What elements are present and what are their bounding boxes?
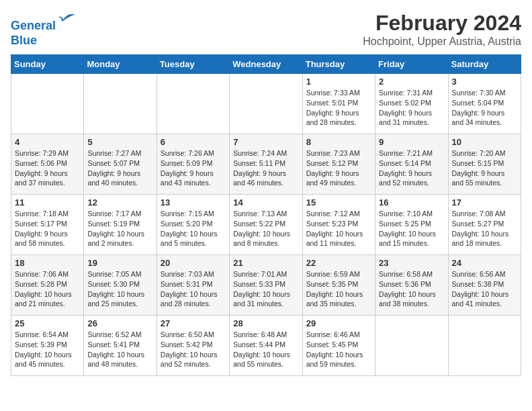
- logo: General Blue: [11, 11, 76, 48]
- calendar-cell: [448, 316, 521, 376]
- calendar-cell: [84, 74, 157, 134]
- day-number: 21: [233, 258, 298, 268]
- calendar-cell: 29Sunrise: 6:46 AM Sunset: 5:45 PM Dayli…: [302, 316, 375, 376]
- calendar-week-row: 11Sunrise: 7:18 AM Sunset: 5:17 PM Dayli…: [11, 195, 521, 255]
- calendar-cell: 10Sunrise: 7:20 AM Sunset: 5:15 PM Dayli…: [448, 134, 521, 195]
- day-info: Sunrise: 7:21 AM Sunset: 5:14 PM Dayligh…: [379, 148, 444, 188]
- calendar-cell: 9Sunrise: 7:21 AM Sunset: 5:14 PM Daylig…: [375, 134, 448, 195]
- calendar-cell: [157, 74, 229, 134]
- calendar-week-row: 1Sunrise: 7:33 AM Sunset: 5:01 PM Daylig…: [11, 74, 521, 134]
- day-number: 24: [452, 258, 517, 268]
- day-info: Sunrise: 7:30 AM Sunset: 5:04 PM Dayligh…: [452, 88, 517, 128]
- day-number: 9: [379, 137, 444, 147]
- calendar-week-row: 4Sunrise: 7:29 AM Sunset: 5:06 PM Daylig…: [11, 134, 521, 195]
- day-number: 22: [306, 258, 371, 268]
- day-number: 17: [452, 197, 517, 208]
- day-number: 26: [87, 318, 152, 328]
- day-info: Sunrise: 7:20 AM Sunset: 5:15 PM Dayligh…: [452, 148, 517, 188]
- calendar-cell: 19Sunrise: 7:05 AM Sunset: 5:30 PM Dayli…: [84, 255, 157, 316]
- day-info: Sunrise: 6:59 AM Sunset: 5:35 PM Dayligh…: [306, 269, 371, 309]
- weekday-header-saturday: Saturday: [448, 55, 521, 74]
- calendar-cell: 22Sunrise: 6:59 AM Sunset: 5:35 PM Dayli…: [302, 255, 375, 316]
- calendar-cell: 28Sunrise: 6:48 AM Sunset: 5:44 PM Dayli…: [230, 316, 302, 376]
- page-subtitle: Hochpoint, Upper Austria, Austria: [363, 36, 521, 48]
- day-info: Sunrise: 7:05 AM Sunset: 5:30 PM Dayligh…: [87, 269, 152, 309]
- day-number: 4: [15, 137, 80, 147]
- day-info: Sunrise: 7:27 AM Sunset: 5:07 PM Dayligh…: [87, 148, 152, 188]
- day-number: 8: [306, 137, 371, 147]
- calendar-cell: [11, 74, 84, 134]
- day-info: Sunrise: 7:10 AM Sunset: 5:25 PM Dayligh…: [379, 209, 444, 248]
- page-title: February 2024: [363, 11, 521, 36]
- day-number: 12: [87, 197, 152, 208]
- day-number: 3: [452, 77, 517, 87]
- calendar-week-row: 25Sunrise: 6:54 AM Sunset: 5:39 PM Dayli…: [11, 316, 521, 376]
- day-info: Sunrise: 7:13 AM Sunset: 5:22 PM Dayligh…: [233, 209, 298, 248]
- weekday-header-tuesday: Tuesday: [157, 55, 229, 74]
- calendar-cell: [375, 316, 448, 376]
- calendar-cell: 8Sunrise: 7:23 AM Sunset: 5:12 PM Daylig…: [302, 134, 375, 195]
- logo-bird-icon: [57, 11, 76, 30]
- day-number: 25: [15, 318, 80, 328]
- day-info: Sunrise: 7:12 AM Sunset: 5:23 PM Dayligh…: [306, 209, 371, 248]
- day-info: Sunrise: 7:18 AM Sunset: 5:17 PM Dayligh…: [15, 209, 80, 248]
- day-info: Sunrise: 7:06 AM Sunset: 5:28 PM Dayligh…: [15, 269, 80, 309]
- logo-blue: Blue: [11, 34, 37, 47]
- calendar-cell: 25Sunrise: 6:54 AM Sunset: 5:39 PM Dayli…: [11, 316, 84, 376]
- calendar-cell: 3Sunrise: 7:30 AM Sunset: 5:04 PM Daylig…: [448, 74, 521, 134]
- day-number: 1: [306, 77, 371, 87]
- day-info: Sunrise: 6:58 AM Sunset: 5:36 PM Dayligh…: [379, 269, 444, 309]
- weekday-header-thursday: Thursday: [302, 55, 375, 74]
- calendar-cell: 4Sunrise: 7:29 AM Sunset: 5:06 PM Daylig…: [11, 134, 84, 195]
- day-info: Sunrise: 7:08 AM Sunset: 5:27 PM Dayligh…: [452, 209, 517, 248]
- day-number: 11: [15, 197, 80, 208]
- calendar-week-row: 18Sunrise: 7:06 AM Sunset: 5:28 PM Dayli…: [11, 255, 521, 316]
- day-info: Sunrise: 7:01 AM Sunset: 5:33 PM Dayligh…: [233, 269, 298, 309]
- calendar-cell: 5Sunrise: 7:27 AM Sunset: 5:07 PM Daylig…: [84, 134, 157, 195]
- calendar-cell: 17Sunrise: 7:08 AM Sunset: 5:27 PM Dayli…: [448, 195, 521, 255]
- day-number: 15: [306, 197, 371, 208]
- calendar-cell: 11Sunrise: 7:18 AM Sunset: 5:17 PM Dayli…: [11, 195, 84, 255]
- day-info: Sunrise: 7:03 AM Sunset: 5:31 PM Dayligh…: [161, 269, 226, 309]
- day-info: Sunrise: 7:29 AM Sunset: 5:06 PM Dayligh…: [15, 148, 80, 188]
- calendar-header-row: SundayMondayTuesdayWednesdayThursdayFrid…: [11, 55, 521, 74]
- day-number: 7: [233, 137, 298, 147]
- calendar-cell: 21Sunrise: 7:01 AM Sunset: 5:33 PM Dayli…: [230, 255, 302, 316]
- day-info: Sunrise: 6:46 AM Sunset: 5:45 PM Dayligh…: [306, 330, 371, 369]
- calendar-cell: 15Sunrise: 7:12 AM Sunset: 5:23 PM Dayli…: [302, 195, 375, 255]
- day-number: 6: [161, 137, 226, 147]
- page-header: General Blue February 2024 Hochpoint, Up…: [11, 11, 521, 48]
- calendar-table: SundayMondayTuesdayWednesdayThursdayFrid…: [11, 54, 521, 376]
- day-info: Sunrise: 6:52 AM Sunset: 5:41 PM Dayligh…: [87, 330, 152, 369]
- day-info: Sunrise: 7:23 AM Sunset: 5:12 PM Dayligh…: [306, 148, 371, 188]
- calendar-cell: 1Sunrise: 7:33 AM Sunset: 5:01 PM Daylig…: [302, 74, 375, 134]
- day-number: 5: [87, 137, 152, 147]
- calendar-cell: 24Sunrise: 6:56 AM Sunset: 5:38 PM Dayli…: [448, 255, 521, 316]
- day-info: Sunrise: 7:26 AM Sunset: 5:09 PM Dayligh…: [161, 148, 226, 188]
- day-number: 10: [452, 137, 517, 147]
- weekday-header-wednesday: Wednesday: [230, 55, 302, 74]
- weekday-header-sunday: Sunday: [11, 55, 84, 74]
- day-number: 29: [306, 318, 371, 328]
- day-info: Sunrise: 6:54 AM Sunset: 5:39 PM Dayligh…: [15, 330, 80, 369]
- calendar-cell: 14Sunrise: 7:13 AM Sunset: 5:22 PM Dayli…: [230, 195, 302, 255]
- day-number: 16: [379, 197, 444, 208]
- weekday-header-monday: Monday: [84, 55, 157, 74]
- day-number: 27: [161, 318, 226, 328]
- day-info: Sunrise: 6:56 AM Sunset: 5:38 PM Dayligh…: [452, 269, 517, 309]
- calendar-cell: 2Sunrise: 7:31 AM Sunset: 5:02 PM Daylig…: [375, 74, 448, 134]
- day-info: Sunrise: 7:15 AM Sunset: 5:20 PM Dayligh…: [161, 209, 226, 248]
- day-info: Sunrise: 6:48 AM Sunset: 5:44 PM Dayligh…: [233, 330, 298, 369]
- day-number: 19: [87, 258, 152, 268]
- day-info: Sunrise: 7:31 AM Sunset: 5:02 PM Dayligh…: [379, 88, 444, 128]
- day-number: 28: [233, 318, 298, 328]
- day-number: 2: [379, 77, 444, 87]
- calendar-cell: 27Sunrise: 6:50 AM Sunset: 5:42 PM Dayli…: [157, 316, 229, 376]
- calendar-cell: 12Sunrise: 7:17 AM Sunset: 5:19 PM Dayli…: [84, 195, 157, 255]
- day-number: 13: [161, 197, 226, 208]
- calendar-cell: [230, 74, 302, 134]
- calendar-cell: 23Sunrise: 6:58 AM Sunset: 5:36 PM Dayli…: [375, 255, 448, 316]
- day-info: Sunrise: 7:24 AM Sunset: 5:11 PM Dayligh…: [233, 148, 298, 188]
- day-info: Sunrise: 6:50 AM Sunset: 5:42 PM Dayligh…: [161, 330, 226, 369]
- day-info: Sunrise: 7:17 AM Sunset: 5:19 PM Dayligh…: [87, 209, 152, 248]
